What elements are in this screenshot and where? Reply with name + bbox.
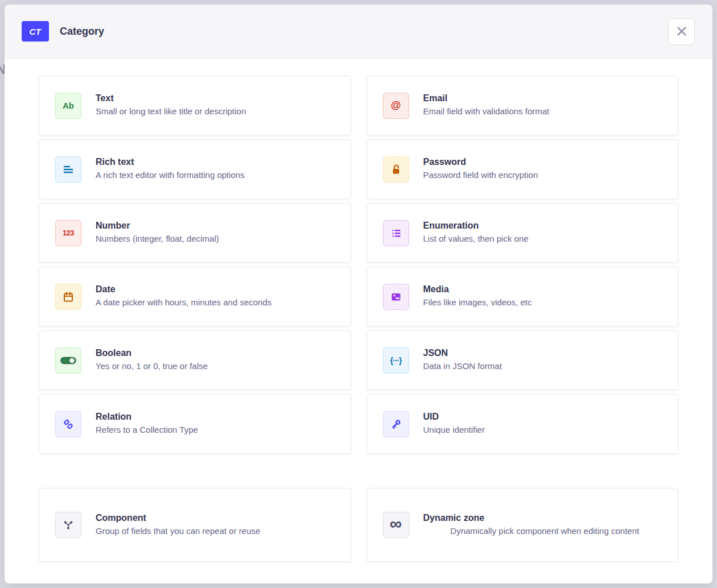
infinity-glyph: ∞ — [390, 515, 402, 535]
card-text-block: Number Numbers (integer, float, decimal) — [96, 221, 339, 245]
field-description: Files like images, videos, etc — [423, 297, 667, 308]
field-card-json[interactable]: {···} JSON Data in JSON format — [366, 330, 679, 390]
field-description: A date picker with hours, minutes and se… — [96, 297, 339, 308]
card-text-block: Component Group of fields that you can r… — [96, 513, 339, 537]
field-card-uid[interactable]: UID Unique identifier — [366, 394, 679, 454]
field-description: Group of fields that you can repeat or r… — [96, 525, 339, 537]
field-card-rich-text[interactable]: Rich text A rich text editor with format… — [39, 139, 351, 199]
card-text-block: Password Password field with encryption — [423, 157, 667, 181]
card-text-block: Text Small or long text like title or de… — [96, 93, 339, 117]
field-title: Boolean — [96, 348, 339, 358]
field-title: Date — [96, 284, 339, 295]
field-description: List of values, then pick one — [423, 233, 667, 245]
field-card-date[interactable]: Date A date picker with hours, minutes a… — [39, 267, 351, 326]
field-description: Dynamically pick component when editing … — [423, 525, 667, 537]
modal-header: CT Category — [5, 5, 712, 59]
field-card-enumeration[interactable]: Enumeration List of values, then pick on… — [366, 203, 679, 263]
collection-type-badge: CT — [22, 21, 49, 42]
field-card-number[interactable]: 123 Number Numbers (integer, float, deci… — [39, 203, 351, 263]
field-description: Numbers (integer, float, decimal) — [96, 233, 339, 245]
field-title: Number — [96, 221, 339, 231]
key-icon — [383, 411, 409, 437]
field-type-modal: CT Category Ab Text Small or long text l… — [5, 5, 712, 583]
picture-icon — [383, 284, 409, 310]
default-fields-grid: Ab Text Small or long text like title or… — [39, 76, 678, 454]
field-title: Enumeration — [423, 221, 667, 231]
field-title: JSON — [423, 348, 667, 358]
text-lines-icon — [55, 156, 81, 183]
field-description: Data in JSON format — [423, 361, 667, 372]
close-button[interactable] — [668, 18, 695, 45]
advanced-fields-grid: Component Group of fields that you can r… — [39, 488, 678, 562]
field-title: Rich text — [96, 157, 339, 167]
card-text-block: Date A date picker with hours, minutes a… — [96, 284, 339, 308]
field-description: A rich text editor with formatting optio… — [96, 169, 339, 181]
field-description: Unique identifier — [423, 424, 667, 436]
field-description: Password field with encryption — [423, 169, 667, 181]
field-description: Refers to a Collection Type — [96, 424, 339, 436]
card-text-block: Boolean Yes or no, 1 or 0, true or false — [96, 348, 339, 372]
chain-link-icon — [55, 411, 81, 437]
calendar-icon — [55, 284, 81, 310]
card-text-block: UID Unique identifier — [423, 412, 667, 436]
at-sign-glyph: @ — [391, 100, 401, 111]
field-card-boolean[interactable]: Boolean Yes or no, 1 or 0, true or false — [39, 330, 351, 390]
card-text-block: Relation Refers to a Collection Type — [96, 412, 339, 436]
card-text-block: Email Email field with validations forma… — [423, 93, 667, 117]
braces-icon: {···} — [383, 347, 409, 374]
bulleted-list-icon — [383, 220, 409, 246]
field-title: Component — [96, 513, 339, 523]
field-description: Yes or no, 1 or 0, true or false — [96, 361, 339, 372]
lock-icon — [383, 156, 409, 183]
modal-title: Category — [60, 26, 104, 38]
field-title: Text — [96, 93, 339, 103]
field-title: UID — [423, 412, 667, 422]
field-card-media[interactable]: Media Files like images, videos, etc — [366, 267, 679, 326]
field-card-email[interactable]: @ Email Email field with validations for… — [366, 76, 679, 135]
field-title: Media — [423, 284, 667, 295]
at-sign-icon: @ — [383, 93, 409, 119]
field-title: Password — [423, 157, 667, 167]
field-card-component[interactable]: Component Group of fields that you can r… — [39, 488, 351, 562]
nodes-icon — [55, 512, 81, 538]
card-text-block: Media Files like images, videos, etc — [423, 284, 667, 308]
field-title: Email — [423, 93, 667, 103]
card-text-block: Rich text A rich text editor with format… — [96, 157, 339, 181]
toggle-icon — [55, 347, 81, 374]
card-text-block: Dynamic zone Dynamically pick component … — [423, 513, 667, 537]
card-text-block: JSON Data in JSON format — [423, 348, 667, 372]
field-type-list: Ab Text Small or long text like title or… — [5, 59, 712, 577]
field-title: Relation — [96, 412, 339, 422]
field-card-text[interactable]: Ab Text Small or long text like title or… — [39, 76, 351, 135]
braces-glyph: {···} — [390, 356, 402, 365]
infinity-icon: ∞ — [383, 512, 409, 538]
field-card-password[interactable]: Password Password field with encryption — [366, 139, 679, 199]
field-description: Small or long text like title or descrip… — [96, 106, 339, 117]
field-title: Dynamic zone — [423, 513, 667, 523]
field-card-relation[interactable]: Relation Refers to a Collection Type — [39, 394, 351, 454]
ab-text-glyph: Ab — [63, 101, 74, 110]
card-text-block: Enumeration List of values, then pick on… — [423, 221, 667, 245]
123-glyph: 123 — [63, 229, 74, 237]
field-card-dynamic-zone[interactable]: ∞ Dynamic zone Dynamically pick componen… — [366, 488, 679, 562]
ab-text-icon: Ab — [55, 93, 81, 119]
field-description: Email field with validations format — [423, 106, 667, 117]
123-icon: 123 — [55, 220, 81, 246]
close-icon — [675, 25, 688, 38]
